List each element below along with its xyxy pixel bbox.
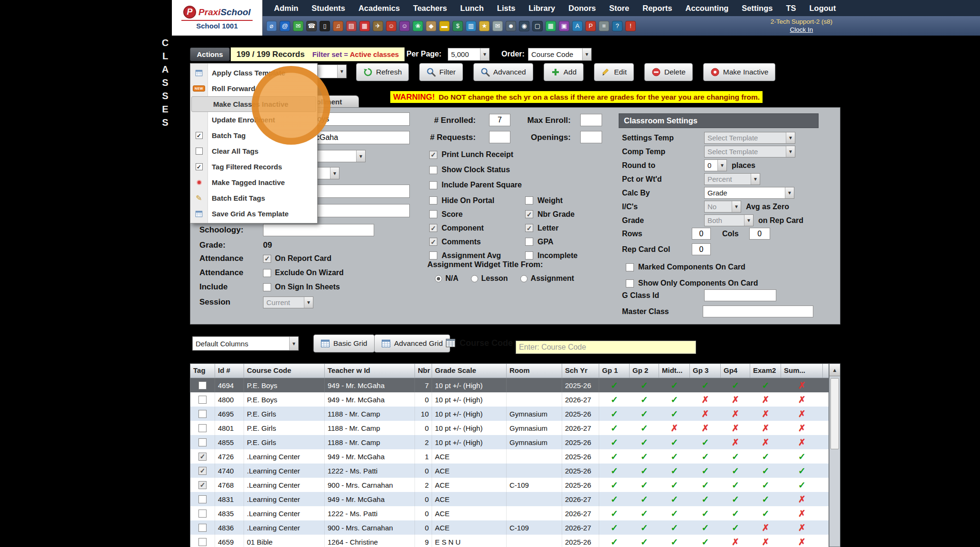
nav-item-lunch[interactable]: Lunch [453, 4, 490, 13]
show-only-components-on-card-checkbox[interactable] [626, 279, 634, 287]
table-row[interactable]: ✓4726.Learning Center949 - Mr. McGaha1AC… [190, 449, 829, 464]
round-to-select[interactable]: 0▼ [704, 159, 727, 171]
g-class-id-input[interactable] [704, 289, 776, 301]
mail-icon[interactable]: ✉ [492, 21, 503, 31]
column-header-gp-1[interactable]: Gp 1 [599, 364, 630, 378]
nav-item-library[interactable]: Library [522, 4, 562, 13]
clock-in-link[interactable]: Clock In [759, 26, 844, 34]
make-inactive-button[interactable]: Make Inactive [703, 63, 776, 81]
lesson-radio[interactable] [471, 275, 478, 282]
scroll-up-icon[interactable]: ▲ [829, 364, 840, 376]
edit-button[interactable]: Edit [594, 63, 634, 81]
nbr-grade-checkbox[interactable]: ✓ [525, 210, 533, 218]
assignment-radio[interactable] [520, 275, 528, 282]
column-header-course-code[interactable]: Course Code [244, 364, 325, 378]
advanced-grid-button[interactable]: Advanced Grid [374, 334, 450, 352]
column-header-gp-2[interactable]: Gp 2 [630, 364, 659, 378]
alert-icon[interactable]: ! [625, 21, 636, 31]
letter-checkbox[interactable]: ✓ [525, 224, 533, 232]
table-row[interactable]: 4831.Learning Center949 - Mr. McGaha0ACE… [190, 492, 829, 506]
columns-preset-select[interactable]: Default Columns▼ [192, 336, 299, 351]
menu-item-make-tagged-inactive[interactable]: Make Tagged Inactive [190, 175, 317, 190]
row-tag-checkbox[interactable] [198, 510, 207, 518]
column-header-id[interactable]: Id # [215, 364, 244, 378]
row-tag-checkbox[interactable]: ✓ [198, 481, 207, 489]
speaker-icon[interactable]: ♫ [333, 21, 343, 31]
menu-item-make-classes-inactive[interactable]: Make Classes Inactive [191, 96, 316, 112]
archive-icon[interactable]: ≡ [599, 21, 609, 31]
nav-item-admin[interactable]: Admin [267, 4, 305, 13]
menu-item-clear-all-tags[interactable]: Clear All Tags [190, 143, 317, 159]
nav-item-logout[interactable]: Logout [803, 4, 843, 13]
table-row[interactable]: ✓4740.Learning Center1222 - Ms. Patti0AC… [190, 464, 829, 478]
rep-card-col-input[interactable] [692, 243, 711, 255]
settings-temp-select[interactable]: Select Template▼ [704, 132, 795, 144]
nav-item-ts[interactable]: TS [779, 4, 802, 13]
nav-item-donors[interactable]: Donors [562, 4, 603, 13]
row-tag-checkbox[interactable]: ✓ [198, 467, 207, 475]
requests-input[interactable] [489, 131, 510, 143]
on-report-card-checkbox[interactable]: ✓ [263, 255, 271, 263]
incomplete-checkbox[interactable] [525, 251, 533, 260]
keyboard-icon[interactable]: ▦ [546, 21, 556, 31]
document-icon[interactable]: ▥ [466, 21, 476, 31]
openings-input[interactable] [580, 131, 602, 143]
grid-header-row[interactable]: TagId #Course CodeTeacher w IdNbrGrade S… [190, 364, 829, 378]
cols-input[interactable] [749, 228, 770, 240]
filter-button[interactable]: Filter [419, 63, 462, 81]
photos-icon[interactable]: ▣ [559, 21, 569, 31]
delete-button[interactable]: Delete [644, 63, 693, 81]
row-tag-checkbox[interactable] [198, 524, 207, 532]
advanced-button[interactable]: Advanced [473, 63, 533, 81]
column-header-teacher-w-id[interactable]: Teacher w Id [325, 364, 415, 378]
calendar-icon[interactable]: ▦ [359, 21, 370, 31]
n-a-radio[interactable] [435, 275, 442, 282]
menu-item-update-enrollment[interactable]: Update Enrollment [190, 112, 317, 128]
nav-item-lists[interactable]: Lists [490, 4, 522, 13]
comments-checkbox[interactable]: ✓ [429, 238, 437, 246]
menu-item-apply-class-template[interactable]: Apply Class Template [190, 65, 317, 81]
show-clock-status-checkbox[interactable] [429, 166, 437, 174]
basic-grid-button[interactable]: Basic Grid [313, 334, 375, 352]
pct-or-wt-d-select[interactable]: Percent▼ [704, 173, 760, 185]
monitor-icon[interactable]: ▢ [532, 21, 543, 31]
print-lunch-receipt-checkbox[interactable]: ✓ [429, 151, 437, 159]
nav-item-academics[interactable]: Academics [352, 4, 406, 13]
comp-temp-select[interactable]: Select Template▼ [704, 146, 795, 158]
marked-components-on-card-checkbox[interactable] [626, 263, 634, 271]
add-button[interactable]: Add [544, 63, 584, 81]
logo-box[interactable]: P PraxiSchool School 1001 [172, 0, 263, 36]
column-header-tag[interactable]: Tag [190, 364, 215, 378]
nav-item-students[interactable]: Students [305, 4, 352, 13]
menu-item-roll-forward[interactable]: NEWRoll Forward [190, 81, 317, 96]
news-icon[interactable]: ▤ [346, 21, 357, 31]
table-row[interactable]: 4801P.E. Girls1188 - Mr. Camp010 pt +/- … [190, 421, 829, 435]
camera-icon[interactable]: ◉ [519, 21, 529, 31]
column-header-sum[interactable]: Sum... [781, 364, 823, 378]
column-header-midt[interactable]: Midt... [659, 364, 690, 378]
table-row[interactable]: ✓4768.Learning Center900 - Mrs. Carnahan… [190, 478, 829, 492]
award-icon[interactable]: ★ [479, 21, 490, 31]
nav-item-store[interactable]: Store [603, 4, 636, 13]
row-tag-checkbox[interactable] [198, 438, 207, 446]
send-icon[interactable]: ✈ [373, 21, 383, 31]
include-parent-square-checkbox[interactable] [429, 181, 437, 189]
column-header-exam2[interactable]: Exam2 [750, 364, 781, 378]
row-tag-checkbox[interactable] [198, 381, 207, 389]
row-tag-checkbox[interactable] [198, 410, 207, 418]
search-icon[interactable]: ⌀ [266, 21, 277, 31]
chat-icon[interactable]: ✉ [293, 21, 303, 31]
actions-button[interactable]: Actions [190, 47, 230, 61]
on-sign-in-sheets-checkbox[interactable] [263, 283, 271, 291]
refresh-button[interactable]: Refresh [356, 63, 409, 81]
enrolled-input[interactable] [489, 114, 510, 126]
id-card-icon[interactable]: ▬ [439, 21, 450, 31]
grid-scrollbar[interactable]: ▲ [829, 363, 840, 547]
row-tag-checkbox[interactable] [198, 396, 207, 404]
order-select[interactable]: Course Code▼ [528, 48, 592, 61]
apple-icon[interactable]: ❀ [413, 21, 423, 31]
component-checkbox[interactable]: ✓ [429, 224, 437, 232]
help-icon[interactable]: ? [612, 21, 622, 31]
scrollbar-thumb[interactable] [830, 378, 839, 449]
column-header-sch-yr[interactable]: Sch Yr [562, 364, 599, 378]
